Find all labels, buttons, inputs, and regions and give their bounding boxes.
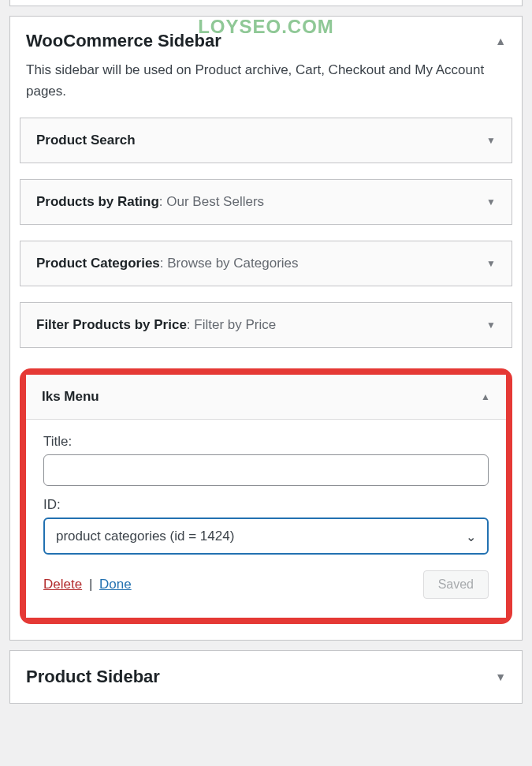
panel-title: Product Sidebar — [26, 667, 160, 687]
widget-list: Product Search ▼ Products by Rating: Our… — [10, 118, 522, 368]
panel-title: WooCommerce Sidebar — [26, 31, 221, 51]
widget-subtitle: : Filter by Price — [187, 317, 276, 332]
id-label: ID: — [43, 497, 489, 513]
woocommerce-sidebar-toggle[interactable]: WooCommerce Sidebar ▲ — [10, 17, 522, 59]
widget-products-by-rating[interactable]: Products by Rating: Our Best Sellers ▼ — [20, 179, 512, 225]
footer-links: Delete | Done — [43, 577, 132, 592]
separator: | — [89, 577, 92, 592]
widget-title: Product Categories: Browse by Categories — [36, 256, 299, 271]
triangle-down-icon: ▼ — [486, 196, 496, 207]
triangle-up-icon: ▲ — [481, 391, 490, 402]
widget-subtitle: : Browse by Categories — [160, 256, 299, 271]
triangle-down-icon: ▼ — [486, 319, 496, 331]
title-input[interactable] — [43, 454, 489, 486]
product-sidebar-panel: Product Sidebar ▼ — [9, 650, 523, 704]
delete-link[interactable]: Delete — [43, 577, 82, 592]
widget-name-text: Filter Products by Price — [36, 317, 187, 332]
saved-button: Saved — [423, 570, 489, 599]
id-select[interactable]: product categories (id = 1424) — [43, 518, 489, 555]
triangle-down-icon: ▼ — [495, 671, 506, 683]
widget-title: Iks Menu — [42, 389, 99, 405]
triangle-up-icon: ▲ — [495, 35, 506, 47]
widget-name-text: Product Categories — [36, 256, 160, 271]
iks-menu-body: Title: ID: product categories (id = 1424… — [26, 420, 506, 618]
widget-name-text: Products by Rating — [36, 194, 159, 209]
done-link[interactable]: Done — [99, 577, 132, 592]
id-select-wrapper: product categories (id = 1424) ⌄ — [43, 518, 489, 555]
panel-description: This sidebar will be used on Product arc… — [10, 59, 522, 118]
triangle-down-icon: ▼ — [486, 258, 496, 269]
previous-panel-edge — [9, 0, 523, 6]
widget-title: Products by Rating: Our Best Sellers — [36, 194, 264, 210]
widget-product-search[interactable]: Product Search ▼ — [20, 118, 512, 163]
woocommerce-sidebar-panel: WooCommerce Sidebar ▲ This sidebar will … — [9, 16, 523, 641]
widget-subtitle: : Our Best Sellers — [159, 194, 264, 209]
product-sidebar-toggle[interactable]: Product Sidebar ▼ — [10, 651, 522, 703]
widget-footer: Delete | Done Saved — [43, 570, 489, 599]
triangle-down-icon: ▼ — [486, 135, 496, 146]
iks-menu-header[interactable]: Iks Menu ▲ — [26, 375, 506, 420]
widget-title: Product Search — [36, 133, 136, 148]
widget-iks-menu-highlighted: Iks Menu ▲ Title: ID: product categories… — [20, 368, 512, 624]
widget-filter-products-by-price[interactable]: Filter Products by Price: Filter by Pric… — [20, 302, 512, 348]
widget-title: Filter Products by Price: Filter by Pric… — [36, 317, 276, 333]
title-label: Title: — [43, 434, 489, 450]
widget-product-categories[interactable]: Product Categories: Browse by Categories… — [20, 241, 512, 286]
